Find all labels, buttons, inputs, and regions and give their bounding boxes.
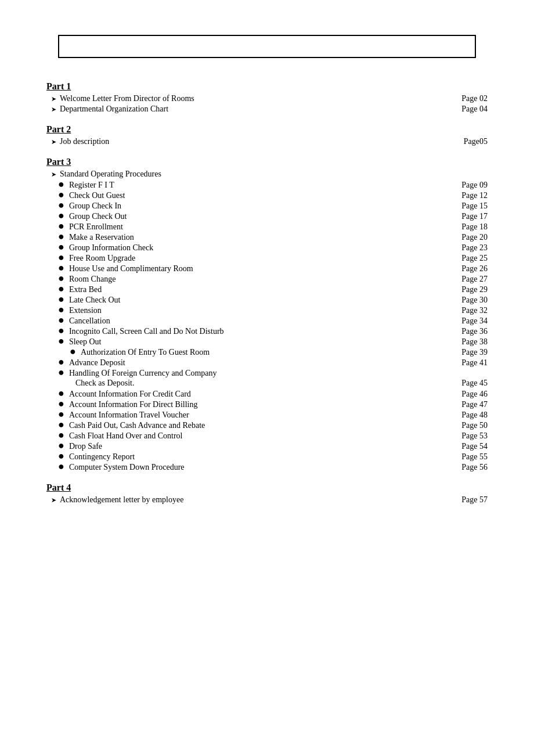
part-heading-part4: Part 4	[46, 483, 488, 493]
page-reference: Page 09	[447, 181, 488, 190]
arrow-item: ➤Acknowledgement letter by employeePage …	[46, 495, 488, 505]
page-reference: Page 54	[447, 442, 488, 451]
list-item: ●ExtensionPage 32	[58, 305, 488, 315]
list-item: ●Sleep OutPage 38	[58, 337, 488, 347]
page-reference: Page 17	[447, 212, 488, 221]
arrow-item: ➤Welcome Letter From Director of RoomsPa…	[46, 94, 488, 103]
arrow-item: ➤Job descriptionPage05	[46, 137, 488, 146]
list-item-label: Contingency Report	[69, 452, 135, 462]
page-reference: Page 34	[447, 316, 488, 326]
list-item-label: Account Information For Direct Billing	[69, 400, 198, 409]
page-reference: Page 50	[447, 421, 488, 430]
title-box	[58, 35, 476, 58]
arrow-item-label: Job description	[60, 137, 109, 146]
bullet-icon: ●	[58, 409, 64, 419]
part-heading-part1: Part 1	[46, 81, 488, 92]
toc-section: Part 1➤Welcome Letter From Director of R…	[46, 81, 488, 505]
list-item: ●Room ChangePage 27	[58, 274, 488, 284]
arrow-icon: ➤	[51, 138, 56, 146]
page-reference: Page 04	[447, 105, 488, 114]
arrow-item-label: Acknowledgement letter by employee	[60, 495, 183, 505]
page-reference: Page 23	[447, 243, 488, 253]
list-item: ●Extra BedPage 29	[58, 285, 488, 294]
list-item-label: Account Information Travel Voucher	[69, 411, 189, 420]
list-item-label: Register F I T	[69, 181, 114, 190]
list-item: ●Computer System Down ProcedurePage 56	[58, 462, 488, 472]
bullet-icon: ●	[58, 294, 64, 304]
list-item-label: Room Change	[69, 275, 116, 284]
bullet-icon: ●	[58, 210, 64, 221]
arrow-icon: ➤	[51, 496, 56, 504]
list-item-label: Group Check Out	[69, 212, 127, 221]
list-item: ●Group Check OutPage 17	[58, 211, 488, 221]
bullet-icon: ●	[58, 451, 64, 461]
list-item: ●Authorization Of Entry To Guest RoomPag…	[58, 347, 488, 357]
list-item-label: Handling Of Foreign Currency and Company	[69, 369, 217, 378]
list-item: ●Group Information CheckPage 23	[58, 243, 488, 253]
list-item: ●Advance DepositPage 41	[58, 358, 488, 368]
list-item: ●Account Information For Direct BillingP…	[58, 399, 488, 409]
list-item-label: PCR Enrollment	[69, 222, 123, 232]
list-item-label: Extension	[69, 306, 102, 315]
bullet-icon: ●	[58, 325, 64, 336]
arrow-item: ➤Standard Operating Procedures	[46, 170, 488, 179]
bullet-icon: ●	[58, 367, 64, 377]
page-reference: Page 39	[447, 348, 488, 357]
bullet-icon: ●	[58, 388, 64, 398]
part-heading-part2: Part 2	[46, 124, 488, 135]
page-reference: Page 46	[447, 390, 488, 399]
list-item-label: Cash Paid Out, Cash Advance and Rebate	[69, 421, 205, 430]
list-item-label: Late Check Out	[69, 296, 121, 305]
list-item-label: Cancellation	[69, 316, 110, 326]
list-item: ●Late Check OutPage 30	[58, 295, 488, 305]
bullet-icon: ●	[58, 200, 64, 210]
page-reference: Page 15	[447, 201, 488, 211]
bullet-list: ●Account Information For Credit CardPage…	[46, 389, 488, 472]
bullet-icon: ●	[58, 262, 64, 273]
bullet-icon: ●	[58, 419, 64, 430]
bullet-icon: ●	[70, 346, 76, 357]
page-reference: Page 02	[447, 94, 488, 103]
page-reference: Page 57	[447, 495, 488, 505]
page-reference: Page 47	[447, 400, 488, 409]
sub-line: Check as Deposit.Page 45	[46, 379, 488, 388]
list-item-label: Computer System Down Procedure	[69, 463, 185, 472]
arrow-item-label: Welcome Letter From Director of Rooms	[60, 94, 194, 103]
list-item: ●House Use and Complimentary RoomPage 26	[58, 264, 488, 273]
list-item-label: Group Information Check	[69, 243, 153, 253]
list-item: ●CancellationPage 34	[58, 316, 488, 326]
list-item-label: Drop Safe	[69, 442, 102, 451]
bullet-icon: ●	[58, 273, 64, 283]
bullet-icon: ●	[58, 315, 64, 325]
list-item: ●Free Room UpgradePage 25	[58, 253, 488, 263]
page-reference: Page 29	[447, 285, 488, 294]
page-reference: Page 30	[447, 296, 488, 305]
bullet-icon: ●	[58, 242, 64, 252]
list-item-label: Incognito Call, Screen Call and Do Not D…	[69, 327, 224, 336]
page-reference: Page 32	[447, 306, 488, 315]
list-item: ●Make a ReservationPage 20	[58, 232, 488, 242]
list-item-label: Authorization Of Entry To Guest Room	[81, 348, 210, 357]
bullet-icon: ●	[58, 221, 64, 231]
list-item-label: Free Room Upgrade	[69, 254, 135, 263]
bullet-icon: ●	[58, 283, 64, 294]
page-reference: Page 26	[447, 264, 488, 273]
page-reference: Page 27	[447, 275, 488, 284]
list-item-label: House Use and Complimentary Room	[69, 264, 193, 273]
bullet-icon: ●	[58, 430, 64, 440]
page-reference: Page 53	[447, 431, 488, 441]
list-item-label: Check Out Guest	[69, 191, 125, 200]
list-item-label: Make a Reservation	[69, 233, 134, 242]
arrow-item-label: Standard Operating Procedures	[60, 170, 161, 179]
list-item: ●Drop SafePage 54	[58, 441, 488, 451]
list-item-label: Account Information For Credit Card	[69, 390, 191, 399]
page-reference: Page 38	[447, 337, 488, 347]
page-reference: Page 55	[447, 452, 488, 462]
list-item: ●Cash Paid Out, Cash Advance and RebateP…	[58, 420, 488, 430]
list-item-label: Group Check In	[69, 201, 121, 211]
bullet-icon: ●	[58, 252, 64, 262]
bullet-list: ●Register F I TPage 09●Check Out GuestPa…	[46, 180, 488, 378]
sub-line-text: Check as Deposit.	[75, 379, 134, 388]
list-item-label: Cash Float Hand Over and Control	[69, 431, 183, 441]
bullet-icon: ●	[58, 179, 64, 189]
